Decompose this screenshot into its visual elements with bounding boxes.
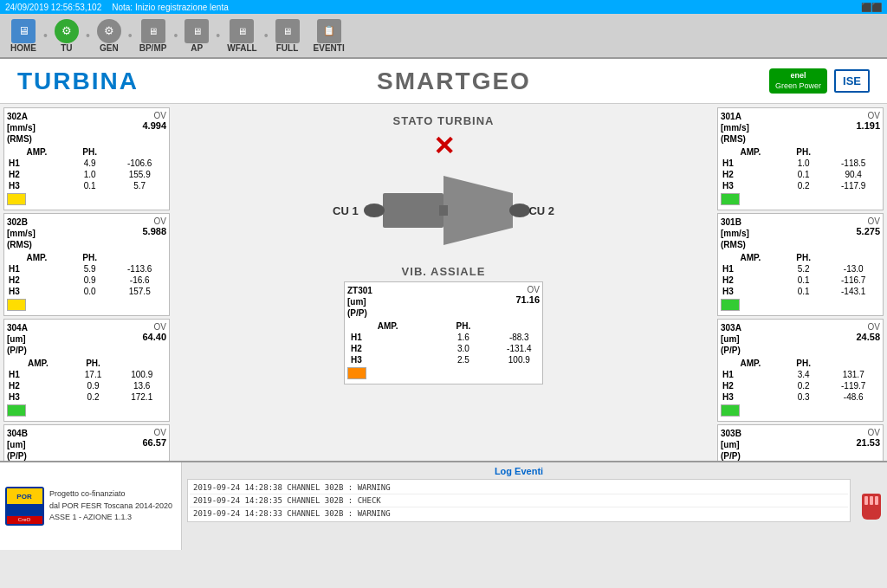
turbine-diagram: CU 1 CU 2 — [331, 163, 556, 258]
enel-logo: enel Green Power — [769, 68, 827, 94]
logos: enel Green Power ISE — [769, 68, 870, 94]
svg-rect-8 — [7, 506, 42, 514]
por-text: Progetto co-finanziato dal POR FESR Tosc… — [49, 488, 172, 524]
por-section: POR CreO Progetto co-finanziato dal POR … — [0, 462, 182, 550]
datetime: 24/09/2019 12:56:53,102 — [5, 3, 101, 12]
toolbar-home[interactable]: 🖥 HOME — [3, 17, 43, 55]
toolbar-gen[interactable]: ⚙ GEN — [90, 17, 128, 55]
sensor-301b: 301B [mm/s] (RMS) OV 5.275 AMP.PH. H15.2… — [717, 213, 884, 316]
sd-card-section — [856, 462, 887, 550]
log-title: Log Eventi — [187, 466, 851, 476]
note: Nota: Inizio registrazione lenta — [112, 3, 229, 12]
sensor-304a: 304A [um] (P/P) OV 64.40 AMP.PH. H117.11… — [3, 319, 170, 422]
svg-point-1 — [364, 204, 385, 217]
toolbar-tu[interactable]: ⚙ TU — [48, 17, 86, 55]
toolbar-eventi[interactable]: 📋 EVENTI — [307, 17, 352, 55]
sensor-302a: 302A [mm/s] (RMS) OV 4.994 AMP.PH. H14.9… — [3, 107, 170, 210]
log-entry-2: 2019-09-24 14:28:35 CHANNEL 302B : CHECK — [190, 494, 848, 507]
svg-text:CreO: CreO — [18, 517, 31, 522]
svg-text:POR: POR — [16, 493, 32, 501]
turbina-title: TURBINA — [17, 68, 139, 95]
svg-rect-0 — [383, 193, 444, 228]
left-sensors: 302A [mm/s] (RMS) OV 4.994 AMP.PH. H14.9… — [0, 104, 173, 461]
cu1-label: CU 1 — [333, 204, 359, 217]
sensor-303a: 303A [um] (P/P) OV 24.58 AMP.PH. H13.413… — [717, 319, 884, 422]
sensor-302b: 302B [mm/s] (RMS) OV 5.988 AMP.PH. H15.9… — [3, 213, 170, 316]
turbine-svg — [357, 167, 530, 254]
stato-turbina-label: STATO TURBINA — [393, 114, 495, 127]
svg-point-3 — [509, 204, 530, 217]
log-entry-3: 2019-09-24 14:28:33 CHANNEL 302B : WARNI… — [190, 507, 848, 520]
right-sensors: 301A [mm/s] (RMS) OV 1.191 AMP.PH. H11.0… — [714, 104, 887, 461]
bottom-section: POR CreO Progetto co-finanziato dal POR … — [0, 461, 887, 550]
toolbar-ap[interactable]: 🖥 AP — [178, 17, 216, 55]
toolbar: 🖥 HOME • ⚙ TU • ⚙ GEN • 🖥 BP/MP • 🖥 AP •… — [0, 14, 887, 59]
sd-card-icon — [862, 494, 881, 520]
info-bar: 24/09/2019 12:56:53,102 Nota: Inizio reg… — [0, 0, 887, 14]
sensor-301a: 301A [mm/s] (RMS) OV 1.191 AMP.PH. H11.0… — [717, 107, 884, 210]
main-header: TURBINA SMARTGEO enel Green Power ISE — [0, 59, 887, 104]
log-section: Log Eventi 2019-09-24 14:28:38 CHANNEL 3… — [182, 462, 856, 550]
cu2-label: CU 2 — [528, 204, 554, 217]
svg-marker-2 — [444, 176, 513, 245]
toolbar-full[interactable]: 🖥 FULL — [269, 17, 307, 55]
por-logo-icon: POR CreO — [5, 487, 44, 526]
turbina-status-icon: ✕ — [433, 131, 455, 161]
sensor-zt301: ZT301 [um] (P/P) OV 71.16 AMP.PH. H11.6-… — [344, 281, 543, 384]
log-entry-1: 2019-09-24 14:28:38 CHANNEL 302B : WARNI… — [190, 481, 848, 494]
ise-logo: ISE — [834, 69, 870, 93]
svg-rect-4 — [439, 205, 448, 216]
vib-assiale-label: VIB. ASSIALE — [402, 265, 486, 278]
main-body: 302A [mm/s] (RMS) OV 4.994 AMP.PH. H14.9… — [0, 104, 887, 461]
toolbar-wfall[interactable]: 🖥 WFALL — [220, 17, 263, 55]
center-column: STATO TURBINA ✕ CU 1 — [173, 104, 714, 461]
smartgeo-title: SMARTGEO — [377, 68, 531, 95]
log-entries: 2019-09-24 14:28:38 CHANNEL 302B : WARNI… — [187, 479, 851, 522]
toolbar-bpmp[interactable]: 🖥 BP/MP — [133, 17, 174, 55]
